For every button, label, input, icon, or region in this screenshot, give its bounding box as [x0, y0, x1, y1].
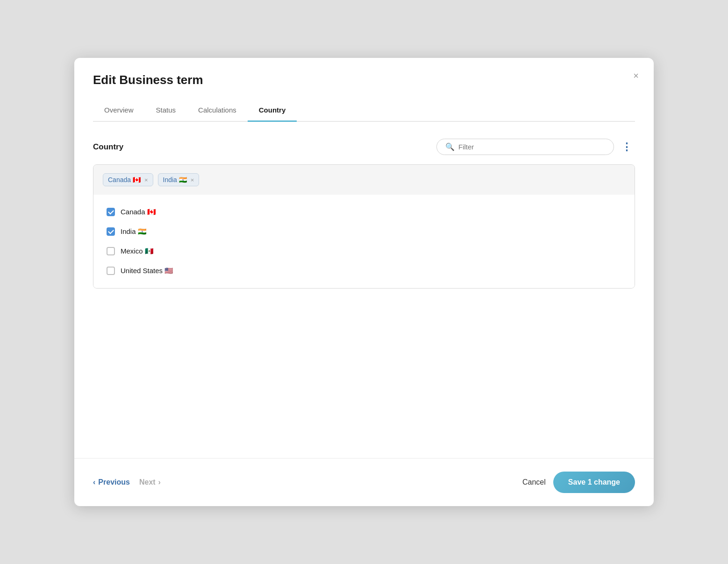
option-item-mexico[interactable]: Mexico 🇲🇽 [103, 241, 625, 261]
section-header: Country 🔍 ⋮ [93, 139, 635, 155]
search-icon: 🔍 [445, 142, 455, 151]
checkbox-india[interactable] [107, 227, 115, 236]
option-label-india: India 🇮🇳 [121, 227, 147, 236]
option-item-united_states[interactable]: United States 🇺🇸 [103, 261, 625, 281]
next-button[interactable]: Next › [139, 478, 161, 486]
modal-header: Edit Business term × OverviewStatusCalcu… [74, 58, 654, 122]
footer-right: Cancel Save 1 change [522, 472, 635, 493]
modal-footer: ‹ Previous Next › Cancel Save 1 change [74, 458, 654, 506]
filter-input[interactable] [458, 143, 605, 151]
selected-tags-area: Canada 🇨🇦 × India 🇮🇳 × [93, 165, 635, 195]
filter-row: 🔍 ⋮ [436, 139, 635, 155]
prev-arrow: ‹ [93, 478, 95, 486]
tab-overview[interactable]: Overview [93, 100, 145, 122]
tag-remove-canada[interactable]: × [143, 177, 148, 183]
tag-label-india: India 🇮🇳 [163, 176, 187, 183]
tag-label-canada: Canada 🇨🇦 [108, 176, 141, 183]
filter-input-wrap: 🔍 [436, 139, 614, 155]
save-button[interactable]: Save 1 change [553, 472, 635, 493]
option-label-mexico: Mexico 🇲🇽 [121, 247, 154, 255]
checkbox-united_states[interactable] [107, 267, 115, 275]
tag-remove-india[interactable]: × [190, 177, 194, 183]
option-label-canada: Canada 🇨🇦 [121, 208, 156, 216]
checkbox-canada[interactable] [107, 208, 115, 216]
footer-left: ‹ Previous Next › [93, 478, 161, 486]
modal-title: Edit Business term [93, 73, 635, 87]
next-label: Next [139, 478, 156, 486]
cancel-button[interactable]: Cancel [522, 478, 546, 486]
option-item-india[interactable]: India 🇮🇳 [103, 222, 625, 241]
options-list: Canada 🇨🇦 India 🇮🇳 Mexico 🇲🇽 United Stat… [93, 195, 635, 288]
section-label: Country [93, 142, 123, 152]
next-arrow: › [158, 478, 161, 486]
prev-label: Previous [98, 478, 130, 486]
selection-box: Canada 🇨🇦 × India 🇮🇳 × Canada 🇨🇦 India 🇮… [93, 164, 635, 289]
tab-status[interactable]: Status [145, 100, 187, 122]
tab-bar: OverviewStatusCalculationsCountry [93, 100, 635, 122]
checkbox-mexico[interactable] [107, 247, 115, 255]
tab-country[interactable]: Country [248, 100, 297, 122]
previous-button[interactable]: ‹ Previous [93, 478, 130, 486]
modal-body: Country 🔍 ⋮ Canada 🇨🇦 × India 🇮🇳 × [74, 122, 654, 458]
edit-business-term-modal: Edit Business term × OverviewStatusCalcu… [74, 58, 654, 506]
tag-india: India 🇮🇳 × [158, 173, 200, 186]
option-item-canada[interactable]: Canada 🇨🇦 [103, 202, 625, 222]
tab-calculations[interactable]: Calculations [187, 100, 248, 122]
close-button[interactable]: × [633, 71, 639, 80]
more-options-button[interactable]: ⋮ [619, 140, 635, 154]
tag-canada: Canada 🇨🇦 × [103, 173, 153, 186]
option-label-united_states: United States 🇺🇸 [121, 267, 173, 275]
